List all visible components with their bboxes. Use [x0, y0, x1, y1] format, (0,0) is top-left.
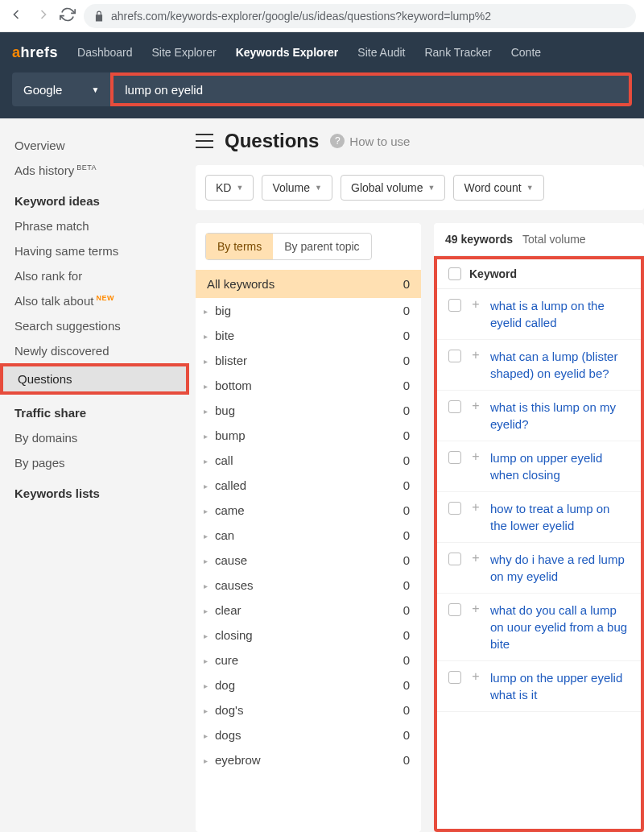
- row-checkbox[interactable]: [448, 299, 461, 312]
- term-row[interactable]: cure0: [196, 648, 421, 673]
- keyword-column-header[interactable]: Keyword: [469, 267, 517, 280]
- sidebar-item[interactable]: Also talk about NEW: [0, 288, 189, 313]
- add-icon[interactable]: +: [469, 501, 482, 514]
- add-icon[interactable]: +: [469, 552, 482, 565]
- filter-button[interactable]: KD▼: [205, 175, 254, 201]
- row-checkbox[interactable]: [448, 553, 461, 565]
- row-checkbox[interactable]: [448, 502, 461, 515]
- term-row[interactable]: dog's0: [196, 697, 421, 722]
- term-row[interactable]: cause0: [196, 548, 421, 573]
- results-count: 49 keywords: [445, 233, 513, 246]
- forward-icon[interactable]: [35, 6, 52, 26]
- add-icon[interactable]: +: [469, 450, 482, 463]
- filter-bar: KD▼Volume▼Global volume▼Word count▼: [196, 165, 644, 210]
- keyword-link[interactable]: what can a lump (blister shaped) on eyel…: [490, 348, 630, 382]
- keyword-input[interactable]: lump on eyelid: [110, 72, 632, 106]
- result-row: +what can a lump (blister shaped) on eye…: [437, 340, 641, 391]
- add-icon[interactable]: +: [469, 602, 482, 615]
- reload-icon[interactable]: [60, 6, 76, 26]
- filter-button[interactable]: Global volume▼: [341, 175, 445, 201]
- sidebar-item[interactable]: Questions: [3, 366, 186, 391]
- sidebar-item[interactable]: By domains: [0, 425, 189, 450]
- term-row[interactable]: big0: [196, 298, 421, 323]
- term-row[interactable]: call0: [196, 448, 421, 473]
- term-row[interactable]: causes0: [196, 573, 421, 598]
- all-keywords-row[interactable]: All keywords 0: [196, 270, 421, 298]
- term-row[interactable]: closing0: [196, 623, 421, 648]
- term-row[interactable]: blister0: [196, 348, 421, 373]
- topnav-item[interactable]: Site Audit: [357, 46, 405, 59]
- term-row[interactable]: came0: [196, 498, 421, 523]
- caret-down-icon: ▼: [315, 184, 322, 192]
- topnav-item[interactable]: Conte: [511, 46, 541, 59]
- keyword-link[interactable]: how to treat a lump on the lower eyelid: [490, 500, 630, 534]
- term-tab[interactable]: By terms: [206, 234, 273, 259]
- term-row[interactable]: called0: [196, 473, 421, 498]
- top-nav: ahrefs DashboardSite ExplorerKeywords Ex…: [0, 32, 644, 72]
- term-row[interactable]: bump0: [196, 423, 421, 448]
- sidebar-item[interactable]: Having same terms: [0, 238, 189, 263]
- topnav-item[interactable]: Rank Tracker: [424, 46, 491, 59]
- result-row: +what do you call a lump on uour eyelid …: [437, 594, 641, 661]
- search-engine-select[interactable]: Google ▼: [12, 72, 110, 106]
- url-text: ahrefs.com/keywords-explorer/google/us/i…: [111, 10, 491, 23]
- row-checkbox[interactable]: [448, 671, 461, 684]
- row-checkbox[interactable]: [448, 603, 461, 616]
- sidebar-item[interactable]: Phrase match: [0, 213, 189, 238]
- logo[interactable]: ahrefs: [12, 44, 58, 61]
- results-header-row: Keyword: [437, 259, 641, 289]
- filter-button[interactable]: Word count▼: [453, 175, 543, 201]
- caret-down-icon: ▼: [526, 184, 534, 192]
- address-bar[interactable]: ahrefs.com/keywords-explorer/google/us/i…: [84, 4, 636, 28]
- sidebar-item[interactable]: Ads history BETA: [0, 158, 189, 183]
- keyword-link[interactable]: what is a lump on the eyelid called: [490, 297, 630, 331]
- term-row[interactable]: eyebrow0: [196, 747, 421, 772]
- sidebar-item[interactable]: Newly discovered: [0, 338, 189, 363]
- term-row[interactable]: bug0: [196, 398, 421, 423]
- add-icon[interactable]: +: [469, 670, 482, 683]
- terms-panel: By termsBy parent topic All keywords 0 b…: [196, 223, 421, 832]
- term-row[interactable]: dog0: [196, 673, 421, 697]
- keyword-link[interactable]: lump on the upper eyelid what is it: [490, 669, 630, 703]
- total-volume-label: Total volume: [522, 233, 586, 246]
- how-to-use-link[interactable]: ? How to use: [330, 134, 410, 148]
- term-row[interactable]: can0: [196, 523, 421, 548]
- topnav-item[interactable]: Site Explorer: [152, 46, 217, 59]
- help-icon: ?: [330, 134, 345, 148]
- result-row: +why do i have a red lump on my eyelid: [437, 543, 641, 594]
- browser-bar: ahrefs.com/keywords-explorer/google/us/i…: [0, 0, 644, 32]
- keyword-link[interactable]: what do you call a lump on uour eyelid f…: [490, 602, 630, 652]
- sidebar-item[interactable]: By pages: [0, 450, 189, 475]
- term-row[interactable]: bottom0: [196, 373, 421, 398]
- keyword-link[interactable]: what is this lump on my eyelid?: [490, 399, 630, 433]
- term-row[interactable]: bite0: [196, 323, 421, 348]
- sidebar-item[interactable]: Overview: [0, 133, 189, 158]
- add-icon[interactable]: +: [469, 399, 482, 412]
- topnav-item[interactable]: Dashboard: [77, 46, 133, 59]
- row-checkbox[interactable]: [448, 350, 461, 362]
- topnav-item[interactable]: Keywords Explorer: [236, 46, 339, 59]
- result-row: +what is this lump on my eyelid?: [437, 391, 641, 441]
- term-row[interactable]: dogs0: [196, 722, 421, 747]
- term-tab[interactable]: By parent topic: [273, 234, 370, 259]
- keyword-link[interactable]: lump on upper eyelid when closing: [490, 449, 630, 483]
- keyword-link[interactable]: why do i have a red lump on my eyelid: [490, 551, 630, 585]
- caret-down-icon: ▼: [428, 184, 436, 192]
- row-checkbox[interactable]: [448, 451, 461, 464]
- sidebar-item[interactable]: Search suggestions: [0, 313, 189, 338]
- sidebar-item[interactable]: Also rank for: [0, 263, 189, 288]
- results-panel: 49 keywords Total volume Keyword +what i…: [434, 223, 644, 832]
- lock-icon: [93, 10, 105, 22]
- sidebar: OverviewAds history BETA Keyword ideasPh…: [0, 118, 189, 832]
- term-row[interactable]: clear0: [196, 598, 421, 623]
- add-icon[interactable]: +: [469, 298, 482, 311]
- keyword-search-bar: Google ▼ lump on eyelid: [0, 72, 644, 118]
- back-icon[interactable]: [8, 6, 24, 26]
- sidebar-heading: Keywords lists: [0, 475, 189, 506]
- add-icon[interactable]: +: [469, 349, 482, 362]
- menu-icon[interactable]: [196, 134, 213, 148]
- row-checkbox[interactable]: [448, 400, 461, 413]
- filter-button[interactable]: Volume▼: [262, 175, 332, 201]
- select-all-checkbox[interactable]: [448, 267, 461, 280]
- sidebar-heading: Keyword ideas: [0, 183, 189, 213]
